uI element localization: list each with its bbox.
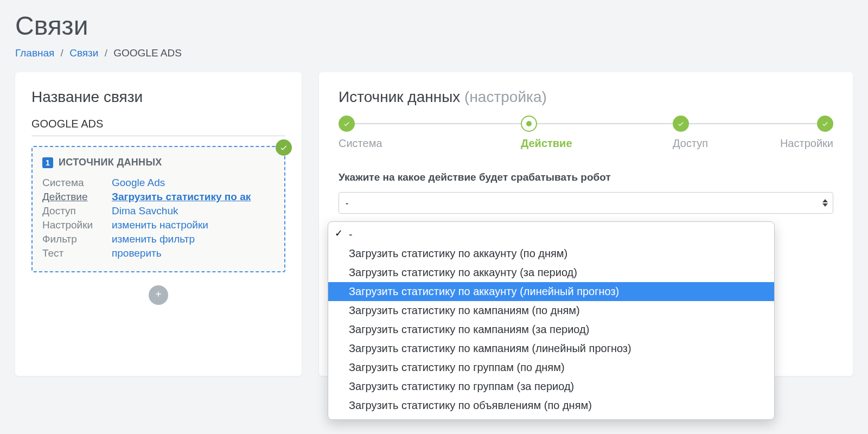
- dropdown-option[interactable]: Загрузить статистику по аккаунту (по дня…: [328, 244, 774, 263]
- row-system-key: Система: [42, 177, 112, 189]
- check-icon: [817, 116, 833, 132]
- stepper: Система Действие Доступ Настройки: [339, 116, 833, 150]
- check-icon: [276, 139, 292, 156]
- row-filter-value[interactable]: изменить фильтр: [112, 233, 195, 245]
- row-access: Доступ Dima Savchuk: [42, 205, 275, 217]
- step-system-label: Система: [339, 137, 419, 150]
- data-source-header-label: ИСТОЧНИК ДАННЫХ: [59, 157, 162, 168]
- dropdown-option[interactable]: Загрузить статистику по объявлениям (по …: [328, 396, 774, 415]
- step-access-label: Доступ: [673, 137, 753, 150]
- step-settings-label: Настройки: [753, 137, 833, 150]
- breadcrumb-current: GOOGLE ADS: [113, 47, 182, 59]
- dropdown-option[interactable]: Загрузить статистику по группам (за пери…: [328, 377, 774, 396]
- dropdown-option[interactable]: Загрузить статистику по аккаунту (линейн…: [328, 282, 774, 301]
- current-step-icon: [521, 116, 537, 132]
- row-system: Система Google Ads: [42, 177, 275, 189]
- connection-name-input[interactable]: [31, 116, 285, 136]
- row-filter-key: Фильтр: [42, 233, 112, 245]
- page-title: Связи: [15, 11, 853, 41]
- data-source-settings-title: Источник данных (настройка): [339, 88, 833, 106]
- data-source-header: 1 ИСТОЧНИК ДАННЫХ: [42, 157, 275, 168]
- row-access-key: Доступ: [42, 205, 112, 217]
- dropdown-option[interactable]: -: [328, 225, 774, 244]
- plus-icon: [154, 290, 163, 301]
- row-action-value[interactable]: Загрузить статистику по ак: [112, 191, 251, 203]
- action-dropdown-popup: -Загрузить статистику по аккаунту (по дн…: [328, 221, 775, 420]
- title-muted: (настройка): [464, 88, 547, 105]
- breadcrumb-home[interactable]: Главная: [15, 47, 54, 59]
- row-test-value[interactable]: проверить: [112, 247, 162, 259]
- action-select-wrap: -Загрузить статистику по аккаунту (по дн…: [339, 192, 833, 214]
- step-action[interactable]: Действие: [419, 116, 601, 150]
- dropdown-option[interactable]: Загрузить статистику по аккаунту (за пер…: [328, 263, 774, 282]
- breadcrumb-connections[interactable]: Связи: [69, 47, 98, 59]
- row-action: Действие Загрузить статистику по ак: [42, 191, 275, 203]
- row-filter: Фильтр изменить фильтр: [42, 233, 275, 245]
- check-icon: [339, 116, 355, 132]
- step-settings[interactable]: Настройки: [753, 116, 833, 150]
- step-system[interactable]: Система: [339, 116, 419, 150]
- step-number-badge: 1: [42, 157, 53, 168]
- breadcrumb: Главная / Связи / GOOGLE ADS: [15, 47, 853, 59]
- row-test: Тест проверить: [42, 247, 275, 259]
- title-main: Источник данных: [339, 88, 460, 105]
- row-settings-value[interactable]: изменить настройки: [112, 219, 208, 231]
- data-source-block: 1 ИСТОЧНИК ДАННЫХ Система Google Ads Дей…: [31, 146, 285, 272]
- row-test-key: Тест: [42, 247, 112, 259]
- action-select[interactable]: -Загрузить статистику по аккаунту (по дн…: [339, 192, 833, 214]
- add-block-button[interactable]: [149, 285, 168, 305]
- dropdown-option[interactable]: Загрузить статистику по кампаниям (за пе…: [328, 320, 774, 339]
- step-access[interactable]: Доступ: [601, 116, 753, 150]
- check-icon: [673, 116, 689, 132]
- row-settings: Настройки изменить настройки: [42, 219, 275, 231]
- step-action-label: Действие: [521, 137, 601, 150]
- connection-card-title: Название связи: [31, 88, 285, 106]
- dropdown-option[interactable]: Загрузить статистику по кампаниям (линей…: [328, 339, 774, 358]
- dropdown-option[interactable]: Загрузить статистику по группам (по дням…: [328, 358, 774, 377]
- row-settings-key: Настройки: [42, 219, 112, 231]
- connection-card: Название связи 1 ИСТОЧНИК ДАННЫХ Система…: [15, 72, 302, 376]
- action-prompt: Укажите на какое действие будет срабатыв…: [339, 171, 833, 183]
- row-action-key: Действие: [42, 191, 112, 203]
- row-system-value[interactable]: Google Ads: [112, 177, 165, 189]
- row-access-value[interactable]: Dima Savchuk: [112, 205, 178, 217]
- dropdown-option[interactable]: Загрузить статистику по кампаниям (по дн…: [328, 301, 774, 320]
